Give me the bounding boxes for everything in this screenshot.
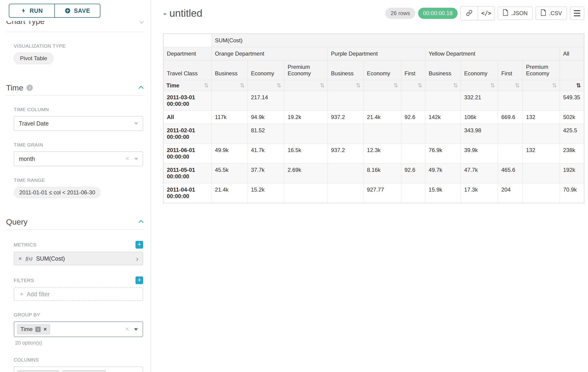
time-range-label: TIME RANGE [14, 177, 145, 183]
metric-header: SUM(Cost) [211, 34, 584, 47]
column-group-row: DepartmentOrange DepartmentPurple Depart… [164, 47, 584, 60]
columns-select[interactable]: Department × Travel Class × × [14, 366, 143, 372]
time-section-header[interactable]: Time i [6, 83, 145, 92]
add-filter-plus-button[interactable]: + [136, 276, 143, 284]
table-cell [498, 144, 523, 163]
time-range-pill[interactable]: 2011-01-01 ≤ col < 2011-06-30 [14, 187, 101, 198]
sort-icon[interactable]: ⇅ [240, 82, 245, 89]
save-button[interactable]: SAVE [54, 4, 100, 18]
row-header: 2011-04-01 00:00:00 [164, 183, 212, 203]
column-header: Economy [461, 60, 498, 80]
time-column-select[interactable]: Travel Date [14, 116, 143, 131]
metric-item[interactable]: × f(x) SUM(Cost) › [14, 252, 143, 265]
chevron-down-icon [134, 123, 138, 125]
sort-icon[interactable]: ⇅ [515, 82, 520, 89]
sort-icon[interactable]: ⇅ [204, 82, 209, 89]
table-cell: 76.9k [425, 144, 461, 163]
sort-icon[interactable]: ⇅ [320, 82, 325, 89]
table-cell: 669.6 [498, 111, 523, 124]
column-group-header: Purple Department [328, 47, 425, 60]
columns-chip[interactable]: Travel Class × [62, 370, 106, 372]
run-button[interactable]: RUN [9, 4, 55, 18]
sort-icon[interactable]: ⇅ [356, 82, 361, 89]
table-cell: 204 [498, 183, 523, 203]
chevron-down-icon [134, 328, 138, 331]
sort-icon[interactable]: ⇅ [576, 82, 581, 89]
table-cell: 142k [425, 111, 461, 124]
sort-icon[interactable]: ⇅ [490, 82, 495, 89]
hamburger-menu-icon [574, 10, 580, 11]
sort-cell: ⇅ [401, 80, 425, 91]
link-button[interactable] [461, 7, 478, 20]
table-cell: 45.5k [211, 163, 248, 183]
add-filter-label: Add filter [27, 291, 50, 298]
add-filter-button[interactable]: + Add filter [14, 287, 143, 301]
chevron-right-icon[interactable]: › [136, 255, 138, 263]
sort-icon[interactable]: ⇅ [276, 82, 281, 89]
table-cell: 15.2k [248, 183, 284, 203]
table-cell: 106k [461, 111, 498, 124]
table-cell [498, 124, 523, 144]
run-save-button-group: RUN SAVE [9, 4, 145, 18]
group-by-select[interactable]: Time i × × [14, 321, 143, 337]
lightning-bolt-icon [21, 8, 26, 13]
chevron-up-icon[interactable] [137, 218, 145, 226]
table-cell [328, 163, 364, 183]
export-csv-label: .CSV [549, 10, 562, 17]
table-cell: 937.2 [328, 144, 364, 163]
clear-icon[interactable]: × [126, 155, 129, 162]
corner-cell [164, 34, 212, 47]
table-cell: 12.3k [364, 144, 401, 163]
metrics-label: METRICS [14, 242, 36, 248]
export-json-button[interactable]: .JSON [498, 7, 533, 20]
column-header: Premium Economy [523, 60, 560, 80]
table-cell [425, 124, 461, 144]
table-cell: 49.7k [425, 163, 461, 183]
function-icon: f(x) [26, 256, 32, 262]
table-cell: 92.6 [401, 111, 425, 124]
columns-chip[interactable]: Department × [17, 370, 60, 372]
chart-title[interactable]: - untitled [163, 7, 202, 19]
sort-icon[interactable]: ⇅ [417, 82, 422, 89]
table-cell: 19.2k [284, 111, 328, 124]
table-cell [328, 91, 364, 111]
table-cell: 47.7k [461, 163, 498, 183]
time-grain-select[interactable]: month × [14, 151, 143, 166]
row-dimension-header: Time⇅ [164, 80, 212, 91]
table-cell [523, 163, 560, 183]
menu-button[interactable] [570, 7, 584, 20]
remove-metric-icon[interactable]: × [18, 255, 22, 262]
visualization-type-label: VISUALIZATION TYPE [14, 43, 145, 49]
group-by-chip[interactable]: Time i × [17, 324, 50, 334]
query-section-header[interactable]: Query [6, 217, 145, 226]
plus-icon: + [20, 290, 23, 298]
chevron-down-icon [134, 158, 138, 160]
sort-icon[interactable]: ⇅ [453, 82, 458, 89]
sort-cell: ⇅ [328, 80, 364, 91]
add-metric-button[interactable]: + [136, 241, 143, 249]
metric-name: SUM(Cost) [36, 255, 65, 262]
clear-icon[interactable]: × [125, 326, 129, 332]
row-header: 2011-03-01 00:00:00 [164, 91, 212, 111]
chevron-up-icon[interactable] [137, 84, 145, 92]
sort-cell: ⇅ [284, 80, 328, 91]
chip-label: Time [21, 326, 32, 332]
chevron-icon[interactable] [138, 21, 145, 25]
view-query-button[interactable]: </> [478, 7, 494, 20]
visualization-type-chip[interactable]: Pivot Table [14, 53, 53, 64]
info-icon: i [27, 85, 33, 91]
sort-icon[interactable]: ⇅ [552, 82, 557, 89]
chart-type-heading: Chart Type [6, 21, 45, 26]
export-csv-button[interactable]: .CSV [536, 7, 567, 20]
column-header: First [498, 60, 523, 80]
table-cell: 16.5k [284, 144, 328, 163]
sort-icon[interactable]: ⇅ [393, 82, 398, 89]
column-header-row: Travel ClassBusinessEconomyPremium Econo… [164, 60, 584, 80]
remove-chip-icon[interactable]: × [43, 327, 46, 332]
results-table-container[interactable]: SUM(Cost)DepartmentOrange DepartmentPurp… [163, 33, 584, 203]
table-cell: 21.4k [364, 111, 401, 124]
export-json-label: .JSON [511, 10, 528, 17]
time-column-label: TIME COLUMN [14, 107, 145, 112]
group-by-options-hint: 20 option(s) [15, 340, 145, 346]
link-icon [466, 10, 473, 17]
